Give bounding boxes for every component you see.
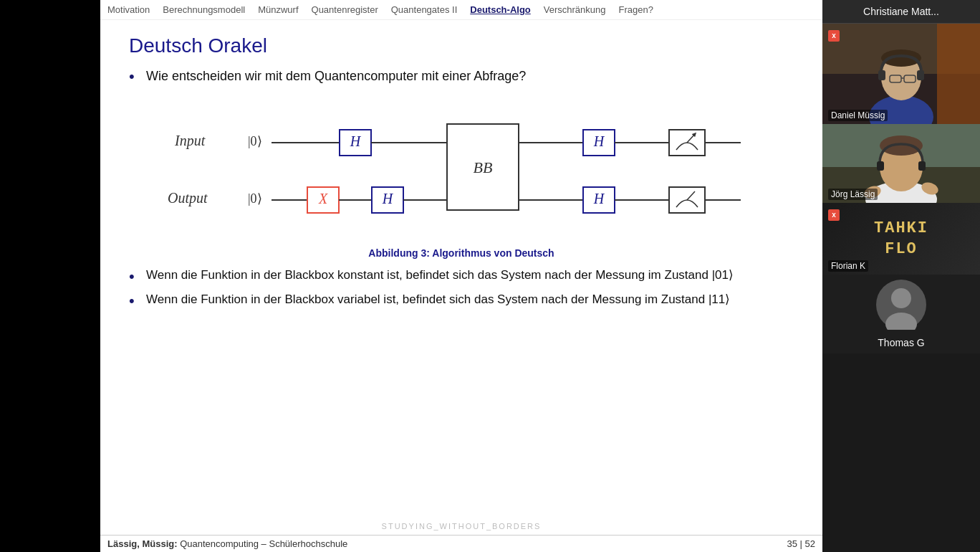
bullet-item-2: Wenn die Funktion in der Blackbox konsta… — [129, 266, 794, 285]
svg-text:H: H — [593, 133, 605, 149]
nav-berechnungsmodell[interactable]: Berechnungsmodell — [163, 4, 245, 15]
circuit-diagram: Input |0⟩ H BB H — [168, 94, 755, 237]
svg-rect-38 — [917, 70, 924, 80]
slide-title: Deutsch Orakel — [129, 34, 794, 57]
svg-rect-48 — [918, 161, 926, 171]
svg-rect-33 — [937, 24, 980, 124]
svg-point-46 — [880, 135, 923, 156]
participant-tile-thomas: Thomas G — [822, 275, 980, 353]
sidebar-header-title: Christiane Matt... — [863, 6, 939, 17]
zoom-icon-florian: x — [828, 207, 840, 221]
participant-name-joerg: Jörg Lässig — [828, 189, 878, 200]
nav-fragen[interactable]: Fragen? — [619, 4, 653, 15]
participant-name-thomas: Thomas G — [878, 337, 924, 348]
svg-text:H: H — [350, 133, 362, 149]
svg-rect-47 — [877, 161, 884, 171]
florian-text-2: FLO — [885, 240, 918, 258]
nav-munzwurf[interactable]: Münzwurf — [258, 4, 298, 15]
footer-authors: Lässig, Müssig: — [107, 538, 178, 549]
participant-tile-joerg: Jörg Lässig — [822, 124, 980, 203]
nav-quantenregister[interactable]: Quantenregister — [312, 4, 378, 15]
svg-text:BB: BB — [474, 158, 493, 176]
slide-footer: STUDYING_WITHOUT_BORDERS Lässig, Müssig:… — [100, 535, 822, 552]
red-x-florian: x — [828, 209, 840, 221]
bullet-list-bottom: Wenn die Funktion in der Blackbox konsta… — [129, 266, 794, 308]
nav-verschrankung[interactable]: Verschränkung — [544, 4, 606, 15]
svg-text:Output: Output — [168, 190, 208, 206]
footer-page: 35 | 52 — [787, 538, 815, 549]
svg-text:X: X — [318, 191, 328, 206]
bullet-list-top: Wie entscheiden wir mit dem Quantencompu… — [129, 69, 794, 84]
footer-course: Quantencomputing – Schülerhochschule — [180, 538, 347, 549]
svg-text:|0⟩: |0⟩ — [248, 191, 262, 206]
nav-deutsch-algo[interactable]: Deutsch-Algo — [470, 4, 531, 15]
figure-text: Algorithmus von Deutsch — [430, 247, 554, 259]
participant-tile-daniel: x Daniel Müssig — [822, 24, 980, 124]
svg-text:|0⟩: |0⟩ — [248, 134, 262, 148]
participant-name-daniel: Daniel Müssig — [828, 110, 888, 121]
bullet-item-3: Wenn die Funktion in der Blackbox variab… — [129, 290, 794, 309]
navigation-bar: Motivation Berechnungsmodell Münzwurf Qu… — [100, 0, 822, 20]
footer-left: Lässig, Müssig: Quantencomputing – Schül… — [107, 538, 347, 549]
svg-text:H: H — [382, 191, 394, 206]
red-x-daniel: x — [828, 30, 840, 42]
florian-text-1: TAHKI — [874, 219, 928, 237]
nav-motivation[interactable]: Motivation — [107, 4, 150, 15]
zoom-icon-daniel: x — [828, 28, 840, 42]
sidebar-header: Christiane Matt... — [822, 0, 980, 24]
participant-tile-florian: TAHKI FLO x Florian K — [822, 203, 980, 275]
nav-quantengates[interactable]: Quantengates II — [391, 4, 458, 15]
bullet-item-1: Wie entscheiden wir mit dem Quantencompu… — [129, 69, 794, 84]
watermark: STUDYING_WITHOUT_BORDERS — [382, 522, 542, 530]
left-sidebar — [0, 0, 100, 552]
participant-name-florian: Florian K — [828, 260, 868, 272]
slide-area: Motivation Berechnungsmodell Münzwurf Qu… — [100, 0, 822, 552]
svg-point-52 — [891, 288, 911, 308]
figure-caption: Abbildung 3: Algorithmus von Deutsch — [129, 247, 794, 259]
svg-text:H: H — [593, 191, 605, 206]
participants-sidebar: Christiane Matt... x Daniel Müssi — [822, 0, 980, 552]
slide-content: Deutsch Orakel Wie entscheiden wir mit d… — [100, 20, 822, 535]
figure-label: Abbildung 3: — [368, 247, 430, 259]
svg-text:Input: Input — [174, 133, 206, 149]
svg-rect-37 — [878, 70, 885, 80]
